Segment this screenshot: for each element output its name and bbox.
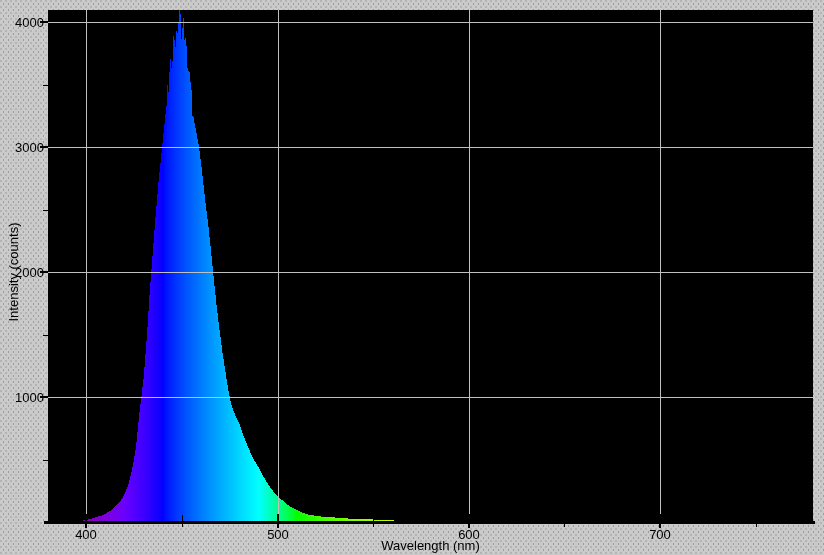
y-tick-label: 1000 — [8, 391, 44, 404]
x-tick-label: 600 — [439, 528, 499, 541]
y-tick-label: 4000 — [8, 16, 44, 29]
spectrometer-chart-window: Wavelength (nm) Intensity (counts) 40050… — [0, 0, 824, 555]
y-tick-label: 3000 — [8, 141, 44, 154]
spectrum-plot-canvas — [0, 0, 824, 555]
x-tick-label: 700 — [630, 528, 690, 541]
y-tick-label: 2000 — [8, 266, 44, 279]
x-tick-label: 400 — [56, 528, 116, 541]
x-axis-title: Wavelength (nm) — [48, 539, 813, 552]
x-tick-label: 500 — [248, 528, 308, 541]
